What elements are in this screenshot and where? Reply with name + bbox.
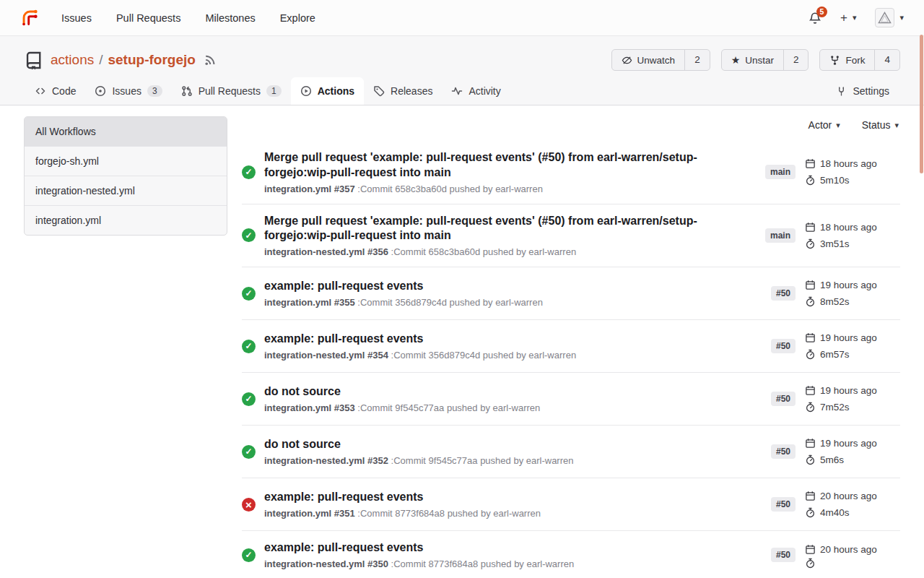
- workflow-run-row[interactable]: Merge pull request 'example: pull-reques…: [242, 141, 900, 204]
- run-title-link[interactable]: Merge pull request 'example: pull-reques…: [264, 214, 712, 244]
- repo-book-icon: [24, 51, 43, 70]
- stars-count[interactable]: 2: [783, 50, 808, 70]
- chevron-down-icon: ▾: [836, 121, 840, 130]
- vertical-scrollbar[interactable]: [920, 35, 923, 173]
- star-icon: ★: [731, 54, 741, 66]
- run-main-info: do not source integration.yml #353 :Comm…: [264, 384, 751, 413]
- run-title-link[interactable]: Merge pull request 'example: pull-reques…: [264, 150, 712, 181]
- tab-pull-requests-label: Pull Requests: [199, 85, 261, 97]
- workflow-run-row[interactable]: example: pull-request events integration…: [242, 478, 900, 530]
- workflow-sidebar-item[interactable]: integration.yml: [25, 206, 227, 235]
- actor-filter-dropdown[interactable]: Actor ▾: [808, 119, 840, 131]
- run-title-link[interactable]: example: pull-request events: [264, 332, 712, 347]
- run-status-icon: [242, 228, 256, 242]
- run-ref-column: #50: [751, 548, 796, 562]
- issues-count-badge: 3: [147, 85, 162, 97]
- navbar-links: IssuesPull RequestsMilestonesExplore: [61, 12, 315, 24]
- navbar-link[interactable]: Milestones: [205, 12, 255, 24]
- tab-settings[interactable]: Settings: [827, 77, 899, 105]
- run-commit-info: :Commit 356d879c4d pushed by earl-warren: [357, 297, 543, 308]
- run-time: 18 hours ago: [820, 155, 877, 172]
- rss-icon[interactable]: [203, 53, 217, 67]
- forgejo-logo[interactable]: [20, 8, 40, 27]
- run-meta-column: 19 hours ago 6m57s: [805, 329, 900, 363]
- run-time: 19 hours ago: [820, 277, 877, 293]
- run-workflow-ref: integration-nested.yml #352: [264, 455, 388, 466]
- run-ref-badge[interactable]: #50: [771, 444, 796, 459]
- workflow-run-row[interactable]: Merge pull request 'example: pull-reques…: [242, 204, 900, 267]
- run-duration-line: 7m52s: [805, 399, 900, 415]
- forks-count[interactable]: 4: [874, 50, 899, 70]
- run-meta-column: 19 hours ago 7m52s: [805, 382, 900, 415]
- run-title-link[interactable]: example: pull-request events: [264, 490, 712, 505]
- run-ref-badge[interactable]: main: [765, 165, 796, 179]
- run-status-icon: [242, 548, 256, 562]
- run-duration-line: 4m40s: [805, 504, 900, 521]
- chevron-down-icon: ▾: [894, 121, 899, 130]
- stopwatch-icon: [805, 349, 816, 360]
- workflow-run-row[interactable]: example: pull-request events integration…: [242, 530, 900, 578]
- run-meta-column: 18 hours ago 5m10s: [805, 155, 900, 189]
- unwatch-button[interactable]: Unwatch: [612, 50, 685, 70]
- run-ref-badge[interactable]: main: [765, 228, 796, 243]
- tab-code-label: Code: [52, 85, 76, 97]
- tab-code[interactable]: Code: [25, 77, 85, 105]
- run-ref-badge[interactable]: #50: [771, 548, 796, 562]
- tab-actions[interactable]: Actions: [291, 77, 364, 105]
- run-ref-badge[interactable]: #50: [771, 497, 796, 512]
- run-duration: 8m52s: [820, 293, 850, 310]
- repo-name-link[interactable]: setup-forgejo: [108, 52, 195, 68]
- run-main-info: Merge pull request 'example: pull-reques…: [264, 150, 751, 194]
- run-ref-badge[interactable]: #50: [771, 392, 796, 406]
- status-filter-dropdown[interactable]: Status ▾: [862, 119, 899, 131]
- run-filters: Actor ▾ Status ▾: [242, 119, 899, 131]
- run-time-line: 18 hours ago: [805, 219, 900, 236]
- notifications-button[interactable]: 5: [808, 12, 821, 25]
- workflow-run-row[interactable]: example: pull-request events integration…: [242, 319, 900, 372]
- run-workflow-ref: integration.yml #353: [264, 402, 355, 413]
- run-title-link[interactable]: example: pull-request events: [264, 540, 712, 556]
- tab-issues[interactable]: Issues 3: [85, 77, 171, 105]
- run-status-icon: [242, 165, 256, 179]
- run-duration-line: 5m10s: [805, 172, 900, 189]
- watchers-count[interactable]: 2: [684, 50, 710, 70]
- chevron-down-icon: ▾: [899, 13, 904, 22]
- tab-activity[interactable]: Activity: [442, 77, 510, 105]
- navbar-link[interactable]: Explore: [280, 12, 315, 24]
- breadcrumb-separator: /: [99, 52, 103, 68]
- workflow-sidebar-item[interactable]: forgejo-sh.yml: [25, 147, 227, 176]
- workflow-run-row[interactable]: do not source integration-nested.yml #35…: [242, 425, 900, 478]
- user-menu-button[interactable]: ▾: [875, 8, 904, 27]
- unstar-button[interactable]: ★ Unstar: [722, 50, 783, 70]
- fork-button[interactable]: Fork: [820, 50, 874, 70]
- workflow-run-row[interactable]: do not source integration.yml #353 :Comm…: [242, 372, 900, 425]
- workflow-sidebar-item[interactable]: integration-nested.yml: [25, 176, 227, 206]
- workflow-run-row[interactable]: example: pull-request events integration…: [242, 267, 900, 319]
- run-time-line: 19 hours ago: [805, 435, 900, 452]
- navbar-link[interactable]: Issues: [61, 12, 92, 24]
- run-duration-line: 6m57s: [805, 346, 900, 363]
- run-subtitle: integration-nested.yml #354 :Commit 356d…: [264, 350, 739, 361]
- run-subtitle: integration.yml #351 :Commit 8773f684a8 …: [264, 508, 739, 519]
- run-title-link[interactable]: do not source: [264, 384, 712, 400]
- run-subtitle: integration-nested.yml #352 :Commit 9f54…: [264, 455, 739, 466]
- calendar-icon: [805, 544, 816, 555]
- create-new-button[interactable]: + ▾: [840, 11, 856, 25]
- run-ref-badge[interactable]: #50: [771, 286, 796, 301]
- tab-issues-label: Issues: [112, 85, 141, 97]
- run-ref-badge[interactable]: #50: [771, 339, 796, 353]
- navbar-link[interactable]: Pull Requests: [116, 12, 180, 24]
- tab-pull-requests[interactable]: Pull Requests 1: [172, 77, 291, 105]
- calendar-icon: [805, 491, 816, 501]
- repo-owner-link[interactable]: actions: [51, 52, 94, 68]
- calendar-icon: [805, 158, 816, 169]
- tab-releases[interactable]: Releases: [364, 77, 442, 105]
- run-workflow-ref: integration.yml #355: [264, 297, 355, 308]
- workflow-sidebar-item[interactable]: All Workflows: [25, 117, 227, 147]
- run-title-link[interactable]: example: pull-request events: [264, 279, 712, 294]
- stopwatch-icon: [805, 238, 816, 249]
- run-title-link[interactable]: do not source: [264, 437, 712, 452]
- run-status-icon: [242, 498, 256, 512]
- run-commit-info: :Commit 8773f684a8 pushed by earl-warren: [357, 508, 541, 519]
- navbar-right: 5 + ▾ ▾: [808, 8, 904, 27]
